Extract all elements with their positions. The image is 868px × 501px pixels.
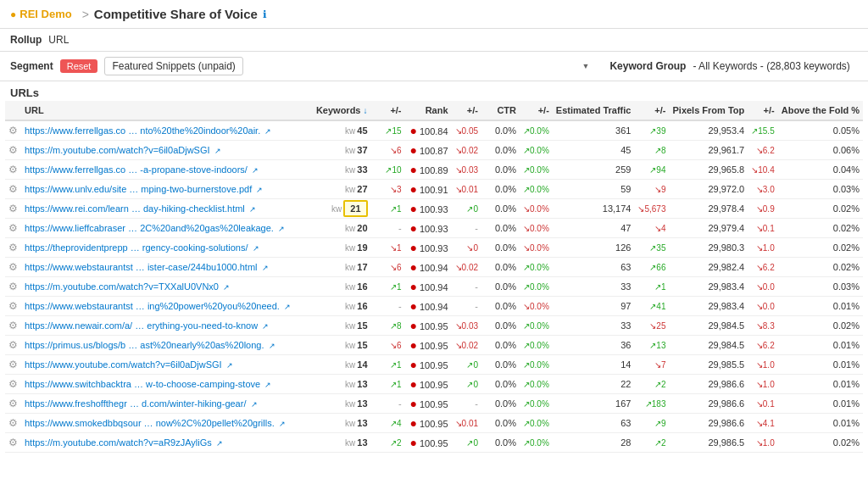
down-arrow: ↘1 [390,243,402,253]
gear-icon[interactable]: ⚙ [8,222,18,234]
pixels-cell: 29,961.7 [669,141,748,160]
col-header-est-traffic[interactable]: Estimated Traffic [553,101,635,120]
gear-icon[interactable]: ⚙ [8,183,18,195]
gear-icon[interactable]: ⚙ [8,320,18,331]
ext-link-icon[interactable]: ↗ [264,381,271,389]
gear-cell[interactable]: ⚙ [5,160,21,180]
ext-link-icon[interactable]: ↗ [264,127,271,136]
gear-icon[interactable]: ⚙ [8,281,18,292]
url-link[interactable]: https://www.newair.com/a/ … erything-you… [25,320,258,331]
down-arrow: ↘0.02 [455,341,478,350]
ext-link-icon[interactable]: ↗ [278,225,285,233]
up-arrow: ↗35 [649,243,665,253]
url-link[interactable]: https://www.youtube.com/watch?v=6il0aDjw… [25,359,222,370]
est-traffic-cell: 28 [553,433,635,453]
ext-link-icon[interactable]: ↗ [252,166,259,175]
gear-cell[interactable]: ⚙ [5,336,21,355]
ext-link-icon[interactable]: ↗ [223,283,230,292]
url-link[interactable]: https://www.rei.com/learn … day-hiking-c… [25,203,245,214]
info-icon[interactable]: ℹ [263,8,267,20]
reset-button[interactable]: Reset [60,59,98,73]
pixels-cell: 29,986.6 [669,414,748,433]
kw-badge: kw [345,419,355,428]
brand-name[interactable]: REI Demo [19,8,71,20]
col-header-kw-delta[interactable]: +/- [371,101,405,120]
gear-cell[interactable]: ⚙ [5,258,21,277]
gear-icon[interactable]: ⚙ [8,125,18,136]
gear-cell[interactable]: ⚙ [5,375,21,394]
url-link[interactable]: https://www.switchbacktra … w-to-choose-… [25,379,260,389]
ctr-delta-cell: ↗0.0% [520,180,553,199]
table-row: ⚙ https://theprovidentprepp … rgency-coo… [5,238,863,258]
gear-cell[interactable]: ⚙ [5,199,21,219]
gear-icon[interactable]: ⚙ [8,378,18,390]
gear-icon[interactable]: ⚙ [8,398,18,409]
est-delta-cell: ↗2 [634,375,669,394]
gear-cell[interactable]: ⚙ [5,277,21,297]
gear-cell[interactable]: ⚙ [5,238,21,258]
pix-delta-cell: ↘3.0 [748,180,777,199]
ext-link-icon[interactable]: ↗ [256,186,263,194]
table-row: ⚙ https://www.rei.com/learn … day-hiking… [5,199,863,219]
url-link[interactable]: https://www.unlv.edu/site … mping-two-bu… [25,184,252,194]
url-link[interactable]: https://www.smokedbbqsour … now%2C%20pel… [25,418,275,428]
gear-cell[interactable]: ⚙ [5,394,21,414]
col-header-ctr[interactable]: CTR [481,101,520,120]
url-link[interactable]: https://www.lieffcabraser … 2C%20and%20g… [25,223,274,233]
gear-cell[interactable]: ⚙ [5,355,21,375]
ext-link-icon[interactable]: ↗ [251,400,258,409]
kw-delta-cell: ↗4 [371,414,405,433]
gear-icon[interactable]: ⚙ [8,339,18,351]
ext-link-icon[interactable]: ↗ [253,244,259,253]
url-link[interactable]: https://m.youtube.com/watch?v=aR9zJAyliG… [25,437,212,448]
ext-link-icon[interactable]: ↗ [262,322,269,331]
gear-icon[interactable]: ⚙ [8,417,18,429]
segment-select[interactable]: Featured Snippets (unpaid) [104,57,243,75]
url-link[interactable]: https://www.webstaurantst … ing%20power%… [25,301,280,311]
gear-icon[interactable]: ⚙ [8,300,18,312]
gear-icon[interactable]: ⚙ [8,164,18,175]
col-header-keywords[interactable]: Keywords ↓ [312,101,371,120]
gear-cell[interactable]: ⚙ [5,316,21,336]
col-header-rank-delta[interactable]: +/- [452,101,481,120]
table-row: ⚙ https://www.switchbacktra … w-to-choos… [5,375,863,394]
gear-cell[interactable]: ⚙ [5,120,21,141]
url-link[interactable]: https://m.youtube.com/watch?v=TXXalU0VNx… [25,281,219,292]
gear-icon[interactable]: ⚙ [8,144,18,156]
col-header-ctr-delta[interactable]: +/- [520,101,553,120]
col-header-rank[interactable]: Rank [405,101,452,120]
ext-link-icon[interactable]: ↗ [216,439,223,448]
gear-cell[interactable]: ⚙ [5,297,21,316]
ext-link-icon[interactable]: ↗ [279,420,286,428]
ext-link-icon[interactable]: ↗ [226,361,233,370]
gear-icon[interactable]: ⚙ [8,359,18,370]
gear-cell[interactable]: ⚙ [5,414,21,433]
gear-cell[interactable]: ⚙ [5,219,21,238]
ext-link-icon[interactable]: ↗ [249,205,256,214]
gear-icon[interactable]: ⚙ [8,261,18,273]
ext-link-icon[interactable]: ↗ [284,303,291,311]
url-link[interactable]: https://www.freshoffthegr … d.com/winter… [25,398,246,409]
pixels-cell: 29,986.6 [669,394,748,414]
table-wrap[interactable]: URL Keywords ↓ +/- Rank +/- CTR +/- Esti… [0,101,868,453]
url-link[interactable]: https://m.youtube.com/watch?v=6il0aDjwSG… [25,145,210,155]
col-header-pix-delta[interactable]: +/- [748,101,777,120]
col-header-pixels[interactable]: Pixels From Top [669,101,748,120]
ext-link-icon[interactable]: ↗ [269,342,275,350]
url-link[interactable]: https://www.ferrellgas.co … -a-propane-s… [25,164,248,175]
gear-icon[interactable]: ⚙ [8,437,18,448]
ext-link-icon[interactable]: ↗ [214,147,221,155]
url-link[interactable]: https://primus.us/blogs/b … ast%20nearly… [25,340,264,350]
ext-link-icon[interactable]: ↗ [262,264,269,272]
url-link[interactable]: https://theprovidentprepp … rgency-cooki… [25,242,248,253]
col-header-url[interactable]: URL [21,101,312,120]
gear-cell[interactable]: ⚙ [5,433,21,453]
gear-cell[interactable]: ⚙ [5,141,21,160]
col-header-above-fold[interactable]: Above the Fold % [778,101,863,120]
gear-cell[interactable]: ⚙ [5,180,21,199]
gear-icon[interactable]: ⚙ [8,242,18,253]
url-link[interactable]: https://www.webstaurantst … ister-case/2… [25,262,258,272]
url-link[interactable]: https://www.ferrellgas.co … nto%20the%20… [25,125,260,136]
gear-icon[interactable]: ⚙ [8,203,18,214]
col-header-est-delta[interactable]: +/- [634,101,669,120]
